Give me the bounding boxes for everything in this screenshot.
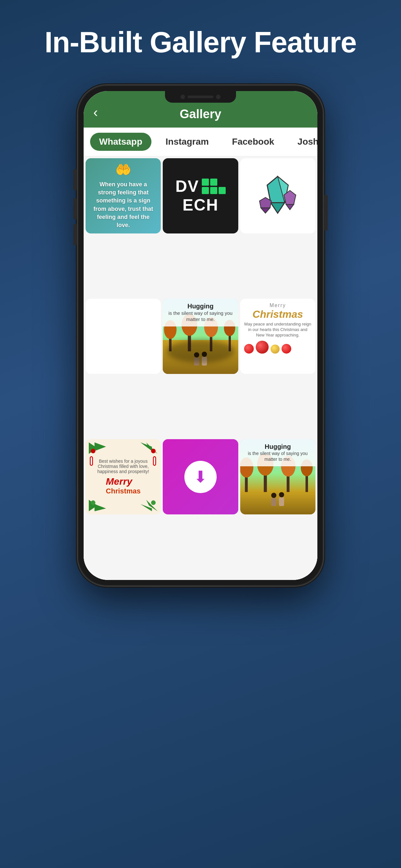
svg-point-30 [151,449,156,454]
svg-marker-4 [286,205,294,210]
tab-bar: Whatsapp Instagram Facebook Josh Chingar… [84,128,317,156]
dvtech-row-1: DV [175,177,225,196]
dvtech-logo: DV ECH [175,177,225,214]
phone-screen: ‹ Gallery Whatsapp Instagram Facebook Jo… [84,91,317,580]
svg-point-32 [151,500,156,505]
gallery-item[interactable]: Hugging is the silent way of saying you … [163,299,238,374]
couple-svg-2 [265,492,290,511]
ornament-red-2 [256,341,269,353]
svg-point-29 [91,449,95,454]
svg-marker-22 [141,442,152,451]
dvtech-grid [202,179,226,194]
hugging-subtitle-1: is the silent way of saying you matter t… [166,310,234,322]
tab-josh[interactable]: Josh [288,133,317,151]
grid-cell [219,179,226,186]
svg-rect-18 [202,357,207,366]
svg-rect-16 [194,358,199,366]
grid-cell [210,187,217,194]
grid-cell [210,179,217,186]
grid-cell [219,187,226,194]
notch-camera [181,95,185,99]
gallery-item[interactable]: Merry Christmas May peace and understand… [240,299,315,374]
svg-marker-20 [95,442,106,451]
gallery-item[interactable] [86,299,161,374]
ornaments [244,341,312,353]
ornament-gold [271,345,280,353]
ornament-red-3 [281,344,291,353]
ornament-red-1 [244,344,254,353]
phone-notch [165,91,236,103]
svg-marker-6 [261,208,270,213]
pine-border-svg [89,442,158,511]
svg-point-43 [279,492,284,497]
svg-rect-42 [271,498,276,506]
tab-instagram[interactable]: Instagram [157,133,218,151]
dvtech-row-2: ECH [182,196,219,214]
christmas-label: Christmas [244,308,312,320]
dv-text: DV [175,177,199,196]
hugging-overlay-1: Hugging is the silent way of saying you … [163,299,238,327]
download-icon: ⬇ [194,468,207,486]
svg-marker-1 [271,203,285,213]
gallery-item[interactable] [240,158,315,234]
svg-point-31 [91,500,95,505]
quote-text-1: When you have a strong feeling that some… [90,181,156,229]
svg-marker-26 [95,504,106,511]
gallery-item[interactable]: ⬇ [163,439,238,515]
gallery-grid: 🤲 When you have a strong feeling that so… [84,156,317,580]
merry-label: Merry [244,303,312,308]
svg-point-17 [202,352,207,357]
svg-rect-44 [279,497,284,506]
download-circle: ⬇ [184,461,217,493]
gallery-item[interactable]: Hugging is the silent way of saying you … [240,439,315,515]
hugging-title-2: Hugging [244,443,312,451]
gallery-item[interactable]: DV ECH [163,158,238,234]
couple-svg [188,351,213,370]
phone-frame: ‹ Gallery Whatsapp Instagram Facebook Jo… [78,85,323,586]
svg-point-15 [194,352,199,358]
grid-cell [202,187,209,194]
svg-point-41 [271,493,276,498]
diamond-svg [257,175,299,217]
gallery-item[interactable]: Best wishes for a joyous Christmas fille… [86,439,161,515]
christmas-desc: May peace and understanding reign in our… [244,321,312,338]
phone-mockup: ‹ Gallery Whatsapp Instagram Facebook Jo… [0,85,401,586]
christmas-card-1: Merry Christmas May peace and understand… [244,303,312,353]
svg-rect-23 [90,457,92,466]
page-header: In-Built Gallery Feature [0,0,401,79]
grid-cell [202,179,209,186]
tab-whatsapp[interactable]: Whatsapp [90,133,151,151]
notch-sensor [216,95,220,99]
svg-rect-24 [153,457,156,466]
app-title: Gallery [180,107,221,121]
page-title: In-Built Gallery Feature [0,26,401,59]
hugging-title-1: Hugging [166,303,234,310]
hugging-subtitle-2: is the silent way of saying you matter t… [244,451,312,462]
back-button[interactable]: ‹ [93,104,98,120]
gallery-item[interactable]: 🤲 When you have a strong feeling that so… [86,158,161,234]
heart-icon: 🤲 [115,162,131,177]
notch-speaker [188,96,213,98]
ech-text: ECH [182,196,219,214]
hugging-overlay-2: Hugging is the silent way of saying you … [240,439,315,466]
diamonds-graphic [243,161,312,230]
app-content: ‹ Gallery Whatsapp Instagram Facebook Jo… [84,91,317,580]
christmas-card-2: Best wishes for a joyous Christmas fille… [89,442,158,511]
quote-card-1: 🤲 When you have a strong feeling that so… [90,163,156,229]
tab-facebook[interactable]: Facebook [223,133,283,151]
